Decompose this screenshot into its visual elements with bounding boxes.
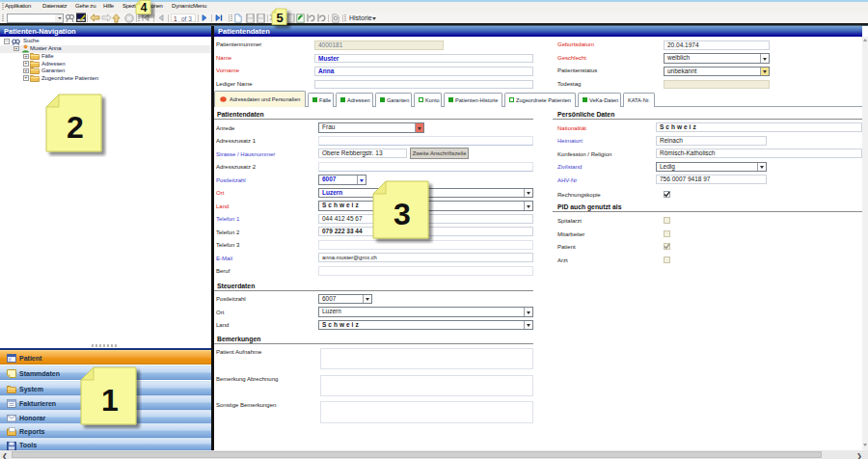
svg-text:3: 3 — [393, 197, 411, 231]
svg-text:5: 5 — [276, 11, 283, 25]
svg-text:1: 1 — [101, 383, 119, 418]
svg-text:2: 2 — [67, 110, 84, 145]
svg-text:4: 4 — [141, 1, 148, 14]
